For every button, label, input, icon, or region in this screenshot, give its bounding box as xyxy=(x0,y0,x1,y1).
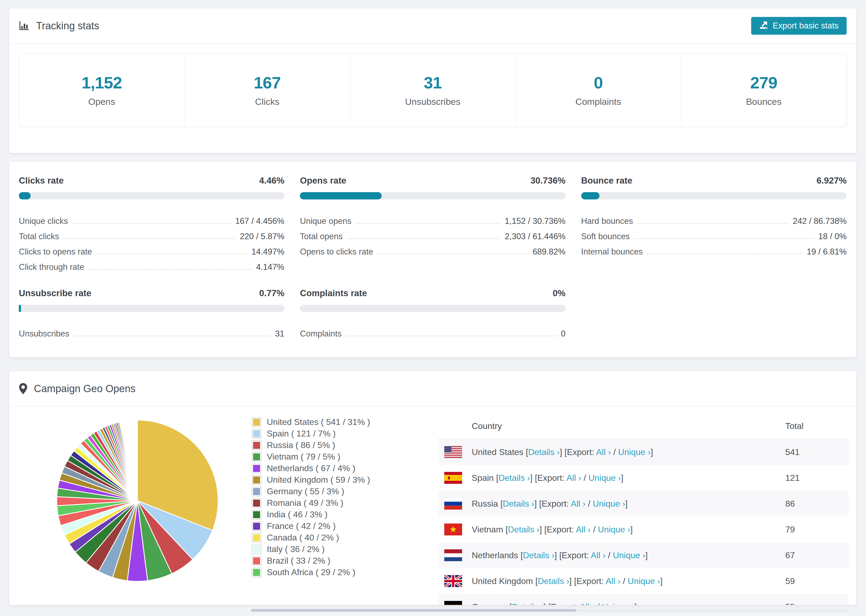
legend-item-germany: Germany ( 55 / 3% ) xyxy=(252,486,370,497)
legend-label: Spain ( 121 / 7% ) xyxy=(267,429,335,438)
bracket-text: ] [Export: xyxy=(534,499,571,509)
unsubscribe-rate-bar xyxy=(19,305,284,312)
summary-stat-clicks: 167Clicks xyxy=(184,54,350,126)
details-link[interactable]: Details › xyxy=(528,447,560,457)
geo-header: Campaign Geo Opens xyxy=(9,371,856,407)
export-unique-link[interactable]: Unique › xyxy=(593,499,625,509)
tracking-stats-card: Tracking stats Export basic stats 1,152O… xyxy=(9,8,857,153)
legend-swatch xyxy=(252,417,261,427)
rate-row-label: Soft bounces xyxy=(581,232,630,241)
rate-row-internal-bounces: Internal bounces19 / 6.81% xyxy=(581,241,847,257)
rate-row-unique-opens: Unique opens1,152 / 30.736% xyxy=(300,211,565,226)
opens-rate-bar xyxy=(300,192,565,200)
export-all-link[interactable]: All › xyxy=(591,550,606,560)
complaints-rate-block: Complaints rate0%Complaints0 xyxy=(300,288,565,339)
legend-item-spain: Spain ( 121 / 7% ) xyxy=(252,428,370,439)
legend-label: Canada ( 40 / 2% ) xyxy=(267,533,339,543)
export-all-link[interactable]: All › xyxy=(606,576,620,586)
export-button-label: Export basic stats xyxy=(773,21,839,31)
legend-swatch xyxy=(252,498,261,508)
legend-item-france: France ( 42 / 2% ) xyxy=(252,520,370,532)
details-link[interactable]: Details › xyxy=(523,550,554,560)
opens-rate-block: Opens rate30.736%Unique opens1,152 / 30.… xyxy=(300,176,565,257)
slash-text: / xyxy=(590,525,598,534)
clicks-rate-value: 4.46% xyxy=(259,176,285,186)
legend-item-netherlands: Netherlands ( 67 / 4% ) xyxy=(252,462,370,474)
legend-label: France ( 42 / 2% ) xyxy=(267,521,335,531)
geo-row-country-cell: Netherlands [Details ›] [Export: All › /… xyxy=(472,550,785,560)
flag-gb-icon xyxy=(444,575,462,587)
dotted-leader xyxy=(96,254,247,254)
export-unique-link[interactable]: Unique › xyxy=(589,473,621,483)
export-all-link[interactable]: All › xyxy=(567,473,581,483)
export-unique-link[interactable]: Unique › xyxy=(598,525,630,534)
details-link[interactable]: Details › xyxy=(499,473,530,483)
complaints-rate-bar xyxy=(300,305,565,312)
legend-swatch xyxy=(252,567,261,577)
export-unique-link[interactable]: Unique › xyxy=(602,602,635,605)
legend-swatch xyxy=(252,522,261,531)
bounce-rate-head: Bounce rate6.927% xyxy=(581,176,847,186)
geo-row-germany: Germany [Details ›] [Export: All › / Uni… xyxy=(438,594,849,605)
legend-swatch xyxy=(252,452,261,462)
details-link[interactable]: Details › xyxy=(503,499,534,509)
legend-swatch xyxy=(252,464,261,473)
export-unique-link[interactable]: Unique › xyxy=(628,576,660,586)
stat-label: Bounces xyxy=(746,96,781,107)
legend-item-vietnam: Vietnam ( 79 / 5% ) xyxy=(252,451,370,462)
rates-card: Clicks rate4.46%Unique clicks167 / 4.456… xyxy=(9,161,857,357)
geo-opens-pie-chart xyxy=(54,417,221,584)
slash-text: / xyxy=(611,447,618,457)
legend-label: Netherlands ( 67 / 4% ) xyxy=(267,464,355,473)
details-link[interactable]: Details › xyxy=(512,602,543,605)
complaints-rate-value: 0% xyxy=(553,288,565,298)
legend-item-russia: Russia ( 86 / 5% ) xyxy=(252,439,370,451)
bracket-close-text: ] xyxy=(635,602,637,605)
legend-swatch xyxy=(252,545,261,554)
export-unique-link[interactable]: Unique › xyxy=(613,550,646,560)
geo-section-title: Campaign Geo Opens xyxy=(34,383,135,394)
clicks-rate-bar-fill xyxy=(19,192,31,200)
horizontal-scrollbar-thumb[interactable] xyxy=(251,609,576,612)
horizontal-scrollbar-track[interactable] xyxy=(251,609,849,612)
legend-swatch xyxy=(252,429,261,438)
export-basic-stats-button[interactable]: Export basic stats xyxy=(751,17,847,35)
rate-row-label: Clicks to opens rate xyxy=(19,247,92,257)
tracking-stats-title: Tracking stats xyxy=(19,20,99,32)
country-name: Netherlands [ xyxy=(472,550,523,560)
export-unique-link[interactable]: Unique › xyxy=(618,447,650,457)
legend-swatch xyxy=(252,533,261,543)
dotted-leader xyxy=(72,223,231,224)
unsubscribe-rate-value: 0.77% xyxy=(259,288,285,298)
export-all-link[interactable]: All › xyxy=(580,602,595,605)
details-link[interactable]: Details › xyxy=(508,525,540,534)
export-all-link[interactable]: All › xyxy=(571,499,586,509)
legend-label: Brazil ( 33 / 2% ) xyxy=(267,556,331,566)
legend-label: Vietnam ( 79 / 5% ) xyxy=(267,452,340,462)
geo-row-country-cell: Germany [Details ›] [Export: All › / Uni… xyxy=(472,602,785,605)
bracket-text: ] [Export: xyxy=(530,473,567,483)
export-all-link[interactable]: All › xyxy=(576,525,590,534)
rate-row-label: Total clicks xyxy=(19,232,59,241)
rate-row-opens-to-clicks-rate: Opens to clicks rate689.82% xyxy=(300,241,565,257)
details-link[interactable]: Details › xyxy=(538,576,569,586)
export-all-link[interactable]: All › xyxy=(596,447,611,457)
geo-row-netherlands: Netherlands [Details ›] [Export: All › /… xyxy=(438,542,849,568)
bracket-text: ] [Export: xyxy=(540,525,576,534)
dotted-leader xyxy=(347,238,501,239)
legend-label: Germany ( 55 / 3% ) xyxy=(267,486,344,497)
rate-row-label: Internal bounces xyxy=(581,247,643,257)
geo-row-vietnam: Vietnam [Details ›] [Export: All › / Uni… xyxy=(438,517,849,542)
flag-es-icon xyxy=(444,472,462,484)
geo-row-united-states: United States [Details ›] [Export: All ›… xyxy=(438,439,849,465)
clicks-rate-head: Clicks rate4.46% xyxy=(19,176,284,186)
bar-chart-icon xyxy=(19,20,30,31)
complaints-rate-title: Complaints rate xyxy=(300,288,367,298)
flag-de-icon xyxy=(444,601,462,605)
summary-stat-complaints: 0Complaints xyxy=(516,54,681,126)
geo-row-total: 59 xyxy=(785,576,849,586)
bracket-close-text: ] xyxy=(621,473,624,483)
stat-label: Opens xyxy=(88,96,115,107)
legend-label: India ( 46 / 3% ) xyxy=(267,509,328,520)
column-header-country: Country xyxy=(472,421,785,431)
